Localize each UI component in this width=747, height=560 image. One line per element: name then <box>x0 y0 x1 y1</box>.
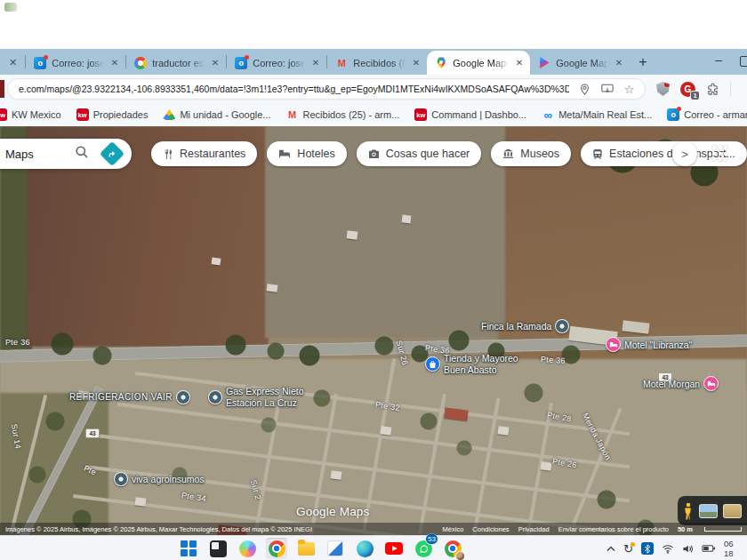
bookmark-command[interactable]: kw Command | Dashbo... <box>414 108 526 121</box>
poi-gas-express-nieto[interactable]: Gas Express Nieto Estación La Cruz <box>208 386 304 408</box>
poi-finca-la-ramada[interactable]: Finca la Ramada <box>481 319 569 333</box>
outlook-icon: o <box>34 57 46 69</box>
document-app-button[interactable] <box>325 538 346 559</box>
red-g-extension-icon[interactable]: G 1 <box>680 82 695 97</box>
tab-correo-2[interactable]: o Correo: jose an ✕ <box>227 51 326 75</box>
edge-icon <box>357 540 374 557</box>
maps-search-box[interactable]: Maps <box>0 139 132 169</box>
desktop-screenshot: ✕ o Correo: jose an ✕ traductor espa ✕ o… <box>0 0 747 560</box>
toolbar-divider <box>730 82 731 96</box>
window-minimize-button[interactable]: – <box>715 52 722 67</box>
bookmark-propiedades[interactable]: kw Propiedades <box>76 108 149 121</box>
attribution-link-comentarios[interactable]: Enviar comentarios sobre el producto <box>558 525 669 533</box>
chip-museos[interactable]: Museos <box>491 141 571 166</box>
poi-refrigeracion-vair[interactable]: REFRIGERACION VAIR <box>69 390 190 404</box>
road-shield-43: 43 <box>85 428 100 438</box>
poi-label: Tienda y Mayoreo Buen Abasto <box>444 353 518 375</box>
poi-tienda-buen-abasto[interactable]: Tienda y Mayoreo Buen Abasto <box>425 353 518 375</box>
battery-icon[interactable] <box>702 544 716 553</box>
chips-scroll-right-button[interactable]: > <box>672 141 697 166</box>
location-pin-icon[interactable] <box>578 83 591 96</box>
train-icon <box>592 148 603 160</box>
system-clock[interactable]: 06 18 <box>724 539 747 558</box>
profile-avatar <box>455 551 465 560</box>
whatsapp-button[interactable]: 53 <box>413 538 434 559</box>
shield-extension-icon[interactable] <box>656 82 670 96</box>
building <box>134 497 146 506</box>
attribution-link-mexico[interactable]: México <box>443 525 464 533</box>
chrome-profile-button[interactable] <box>442 538 463 559</box>
bookmark-recibidos[interactable]: M Recibidos (25) - arm... <box>286 108 400 121</box>
bookmark-correo[interactable]: o Correo - armandogt... <box>667 108 747 121</box>
sync-status-icon[interactable]: ↻ <box>623 543 633 555</box>
meta-icon: ∞ <box>542 108 554 121</box>
hotel-marker-icon[interactable] <box>703 376 719 391</box>
directions-icon[interactable] <box>100 141 124 166</box>
browser-toolbar: e.com/maps/@23.9322134,-106.8933351,460m… <box>0 75 747 103</box>
google-apps-grid-icon[interactable] <box>712 146 730 164</box>
url-text[interactable]: e.com/maps/@23.9322134,-106.8933351,460m… <box>19 84 569 94</box>
bookmark-kw-mexico[interactable]: kw KW Mexico <box>2 108 61 121</box>
new-tab-button[interactable]: + <box>630 54 655 75</box>
dark-app-button[interactable] <box>207 538 229 559</box>
place-marker-icon[interactable] <box>176 390 190 404</box>
chrome-button[interactable] <box>266 538 287 559</box>
tab-google-maps-active[interactable]: Google Maps ✕ <box>427 51 530 75</box>
place-marker-icon[interactable] <box>555 319 569 333</box>
poi-motel-libranza[interactable]: Motel "Libranza" <box>606 337 692 352</box>
bluetooth-icon[interactable] <box>641 542 654 555</box>
poi-motel-morgan[interactable]: Motel Morgan <box>643 376 719 391</box>
bookmark-meta[interactable]: ∞ Meta/Main Real Est... <box>542 108 652 121</box>
place-marker-icon[interactable] <box>114 472 128 486</box>
address-bar[interactable]: e.com/maps/@23.9322134,-106.8933351,460m… <box>7 78 646 100</box>
google-icon <box>134 57 147 69</box>
extensions-puzzle-icon[interactable] <box>706 83 719 96</box>
street-view-bar[interactable] <box>678 496 747 525</box>
tab-close-icon[interactable]: ✕ <box>614 56 624 69</box>
map-scale-label: 50 m <box>678 525 693 533</box>
search-icon[interactable] <box>75 145 89 163</box>
edge-button[interactable] <box>354 538 375 559</box>
clipped-tab-close-icon[interactable]: ✕ <box>0 57 25 75</box>
youtube-button[interactable] <box>383 538 405 559</box>
search-input[interactable]: Maps <box>5 148 60 161</box>
tab-correo-1[interactable]: o Correo: jose an ✕ <box>26 51 125 75</box>
copilot-button[interactable] <box>237 538 258 559</box>
satellite-map-canvas[interactable]: Maps Restaurantes Hoteles Cosas que hace… <box>0 126 747 535</box>
file-explorer-button[interactable] <box>295 538 317 559</box>
outlook-icon: o <box>667 108 679 121</box>
shop-marker-icon[interactable] <box>425 356 440 372</box>
window-restore-button[interactable] <box>740 56 747 67</box>
imagery-thumbnail[interactable] <box>699 504 718 518</box>
attribution-link-privacidad[interactable]: Privacidad <box>518 525 550 533</box>
chip-cosas-que-hacer[interactable]: Cosas que hacer <box>357 141 482 166</box>
tab-traductor[interactable]: traductor espa ✕ <box>126 51 226 75</box>
imagery-thumbnail[interactable] <box>723 504 742 518</box>
tab-close-icon[interactable]: ✕ <box>514 56 525 69</box>
browser-tab-strip: ✕ o Correo: jose an ✕ traductor espa ✕ o… <box>0 49 747 75</box>
hotel-marker-icon[interactable] <box>606 337 621 352</box>
pegman-icon[interactable] <box>683 502 694 520</box>
chip-restaurantes[interactable]: Restaurantes <box>151 141 257 166</box>
tab-close-icon[interactable]: ✕ <box>109 56 120 69</box>
tab-recibidos[interactable]: M Recibidos (6,8 ✕ <box>327 51 427 75</box>
bookmark-mi-unidad[interactable]: Mi unidad - Google... <box>163 108 270 121</box>
tab-close-icon[interactable]: ✕ <box>310 56 321 69</box>
chip-hoteles[interactable]: Hoteles <box>267 141 346 166</box>
window-top-strip <box>0 0 747 49</box>
start-button[interactable] <box>178 538 199 559</box>
tab-google-maps-2[interactable]: Google Maps ✕ <box>530 51 630 75</box>
send-to-device-icon[interactable] <box>600 83 614 96</box>
tab-close-icon[interactable]: ✕ <box>411 56 422 69</box>
kw-icon: kw <box>0 108 7 121</box>
tab-title: Google Maps <box>556 58 608 68</box>
volume-icon[interactable] <box>682 544 694 554</box>
wifi-icon[interactable] <box>662 544 674 554</box>
place-marker-icon[interactable] <box>208 390 222 404</box>
bookmark-star-icon[interactable]: ☆ <box>622 83 636 96</box>
poi-viva-agroinsumos[interactable]: viva agroinsumos <box>114 472 205 486</box>
tray-chevron-icon[interactable] <box>606 546 615 552</box>
tab-close-icon[interactable]: ✕ <box>210 56 221 69</box>
copilot-icon <box>239 540 256 557</box>
attribution-link-condiciones[interactable]: Condiciones <box>472 525 509 533</box>
